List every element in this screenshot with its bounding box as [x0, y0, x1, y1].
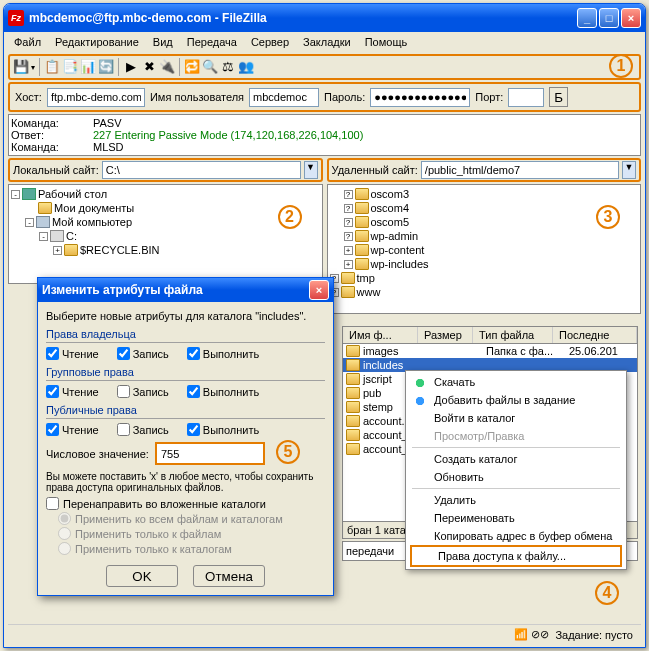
owner-write[interactable]: Запись — [117, 347, 169, 360]
recurse-check[interactable]: Перенаправить во вложенные каталоги — [46, 497, 325, 510]
refresh-icon[interactable]: 🔄 — [98, 59, 114, 75]
ctx-refresh[interactable]: Обновить — [408, 468, 624, 486]
owner-exec[interactable]: Выполнить — [187, 347, 259, 360]
annotation-2: 2 — [278, 205, 302, 229]
toolbar: 💾▾ 📋 📑 📊 🔄 ▶ ✖ 🔌 🔁 🔍 ⚖ 👥 1 — [8, 54, 641, 80]
group-exec[interactable]: Выполнить — [187, 385, 259, 398]
sitemanager-icon[interactable]: 💾 — [13, 59, 29, 75]
group-write[interactable]: Запись — [117, 385, 169, 398]
menu-bookmarks[interactable]: Закладки — [297, 34, 357, 50]
context-menu: Скачать Добавить файлы в задание Войти в… — [405, 370, 627, 570]
quickconnect-button[interactable]: Б — [549, 87, 568, 107]
tree-item[interactable]: -C: — [39, 229, 320, 243]
tree-item[interactable]: ?oscom3 — [344, 187, 639, 201]
pass-label: Пароль: — [324, 91, 365, 103]
tree-item[interactable]: ?oscom5 — [344, 215, 639, 229]
tree-item[interactable]: ?wp-admin — [344, 229, 639, 243]
remote-site-label: Удаленный сайт: — [332, 164, 418, 176]
toggle-tree-icon[interactable]: 📑 — [62, 59, 78, 75]
owner-read[interactable]: Чтение — [46, 347, 99, 360]
toggle-log-icon[interactable]: 📋 — [44, 59, 60, 75]
user-input[interactable] — [249, 88, 319, 107]
remote-list-header[interactable]: Имя ф... Размер Тип файла Последне — [342, 326, 638, 344]
sync-icon[interactable]: 👥 — [238, 59, 254, 75]
app-icon: Fz — [8, 10, 24, 26]
disconnect-icon[interactable]: 🔌 — [159, 59, 175, 75]
public-read[interactable]: Чтение — [46, 423, 99, 436]
menu-transfer[interactable]: Передача — [181, 34, 243, 50]
ctx-create[interactable]: Создать каталог — [408, 450, 624, 468]
pass-input[interactable] — [370, 88, 470, 107]
ctx-download[interactable]: Скачать — [408, 373, 624, 391]
local-tree[interactable]: 2 -Рабочий столМои документы-Мой компьют… — [8, 184, 323, 284]
cancel-icon[interactable]: ✖ — [141, 59, 157, 75]
compare-icon[interactable]: ⚖ — [220, 59, 236, 75]
remote-tree[interactable]: 3 ?oscom3?oscom4?oscom5?wp-admin+wp-cont… — [327, 184, 642, 314]
tree-item[interactable]: Мои документы — [25, 201, 320, 215]
user-label: Имя пользователя — [150, 91, 244, 103]
window-title: mbcdemoc@ftp.mbc-demo.com - FileZilla — [29, 11, 577, 25]
menu-file[interactable]: Файл — [8, 34, 47, 50]
remote-path-dropdown[interactable]: ▼ — [622, 161, 636, 179]
permissions-dialog: Изменить атрибуты файла × Выберите новые… — [37, 277, 334, 596]
tree-item[interactable]: -Мой компьютер — [25, 215, 320, 229]
local-path-dropdown[interactable]: ▼ — [304, 161, 318, 179]
ctx-enter[interactable]: Войти в каталог — [408, 409, 624, 427]
ctx-rename[interactable]: Переименовать — [408, 509, 624, 527]
port-label: Порт: — [475, 91, 503, 103]
recurse-dirs: Применить только к каталогам — [58, 542, 325, 555]
ctx-permissions[interactable]: Права доступа к файлу... — [410, 545, 622, 567]
tree-item[interactable]: +$RECYCLE.BIN — [53, 243, 320, 257]
group-read[interactable]: Чтение — [46, 385, 99, 398]
numeric-label: Числовое значение: — [46, 448, 149, 460]
dialog-desc: Выберите новые атрибуты для каталога "in… — [46, 310, 325, 322]
public-exec[interactable]: Выполнить — [187, 423, 259, 436]
ctx-viewedit: Просмотр/Правка — [408, 427, 624, 445]
menu-edit[interactable]: Редактирование — [49, 34, 145, 50]
menu-server[interactable]: Сервер — [245, 34, 295, 50]
titlebar[interactable]: Fz mbcdemoc@ftp.mbc-demo.com - FileZilla… — [4, 4, 645, 32]
dialog-note: Вы можете поставить 'x' в любое место, ч… — [46, 471, 325, 493]
recurse-files: Применить только к файлам — [58, 527, 325, 540]
process-queue-icon[interactable]: ▶ — [123, 59, 139, 75]
quickconnect-bar: Хост: Имя пользователя Пароль: Порт: Б — [8, 82, 641, 112]
dialog-title: Изменить атрибуты файла — [42, 283, 309, 297]
numeric-input[interactable] — [155, 442, 265, 465]
log-panel[interactable]: Команда:PASV Ответ:227 Entering Passive … — [8, 114, 641, 156]
ctx-add-queue[interactable]: Добавить файлы в задание — [408, 391, 624, 409]
close-button[interactable]: × — [621, 8, 641, 28]
tree-item[interactable]: +wp-includes — [344, 257, 639, 271]
tree-item[interactable]: ?oscom4 — [344, 201, 639, 215]
statusbar: 📶 ⊘⊘ Задание: пусто — [8, 624, 641, 644]
annotation-5: 5 — [276, 440, 300, 464]
menu-help[interactable]: Помощь — [359, 34, 414, 50]
menu-view[interactable]: Вид — [147, 34, 179, 50]
reconnect-icon[interactable]: 🔁 — [184, 59, 200, 75]
cancel-button[interactable]: Отмена — [193, 565, 265, 587]
tree-item[interactable]: +wp-content — [344, 243, 639, 257]
host-label: Хост: — [15, 91, 42, 103]
host-input[interactable] — [47, 88, 145, 107]
menubar: Файл Редактирование Вид Передача Сервер … — [4, 32, 645, 52]
remote-path-input[interactable] — [421, 161, 619, 179]
ok-button[interactable]: OK — [106, 565, 178, 587]
filter-icon[interactable]: 🔍 — [202, 59, 218, 75]
port-input[interactable] — [508, 88, 544, 107]
local-path-input[interactable] — [102, 161, 301, 179]
public-write[interactable]: Запись — [117, 423, 169, 436]
ctx-delete[interactable]: Удалить — [408, 491, 624, 509]
tree-item[interactable]: -Рабочий стол — [11, 187, 320, 201]
toggle-queue-icon[interactable]: 📊 — [80, 59, 96, 75]
ctx-copyurl[interactable]: Копировать адрес в буфер обмена — [408, 527, 624, 545]
annotation-1: 1 — [609, 54, 633, 78]
queue-status: Задание: пусто — [555, 629, 633, 641]
dialog-close-button[interactable]: × — [309, 280, 329, 300]
remote-pane: Удаленный сайт: ▼ 3 ?oscom3?oscom4?oscom… — [327, 158, 642, 314]
recurse-all: Применить ко всем файлам и каталогам — [58, 512, 325, 525]
maximize-button[interactable]: □ — [599, 8, 619, 28]
minimize-button[interactable]: _ — [577, 8, 597, 28]
tree-item[interactable]: ?www — [330, 285, 639, 299]
file-row[interactable]: imagesПапка с фа...25.06.201 — [343, 344, 637, 358]
tree-item[interactable]: ?tmp — [330, 271, 639, 285]
queue-icon: 📶 ⊘⊘ — [514, 628, 549, 641]
